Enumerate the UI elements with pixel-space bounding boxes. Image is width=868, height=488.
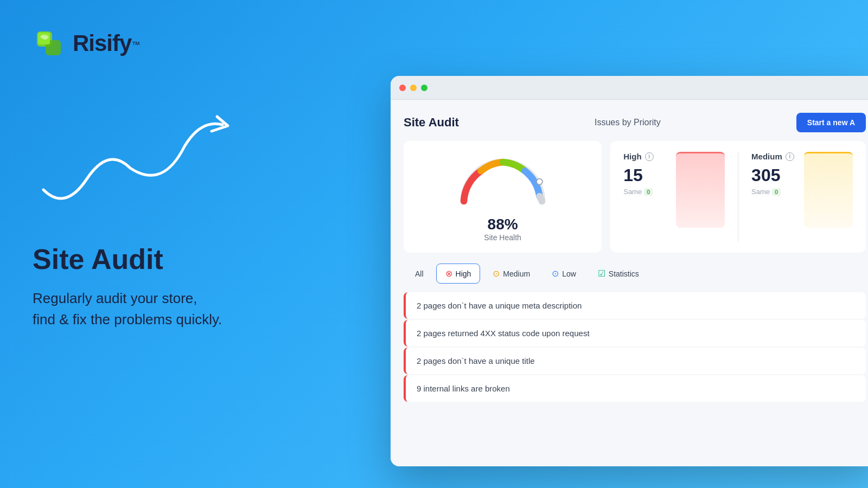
tab-low-icon: ⊙ — [552, 268, 559, 279]
priority-medium: Medium i 305 Same 0 — [751, 152, 795, 242]
issue-text: 2 pages returned 4XX status code upon re… — [417, 329, 590, 338]
issue-item[interactable]: 9 internal links are broken — [404, 375, 866, 402]
tab-high[interactable]: ⊗ High — [436, 264, 481, 284]
tab-all-label: All — [415, 269, 424, 278]
gauge-label: Site Health — [484, 233, 521, 242]
issues-by-priority-label: Issues by Priority — [595, 118, 661, 127]
tab-all[interactable]: All — [406, 265, 433, 283]
tabs-row: All ⊗ High ⊙ Medium ⊙ Low ☑ Statistics — [404, 264, 866, 284]
issue-text: 2 pages don`t have a unique meta descrip… — [417, 301, 582, 310]
start-new-button[interactable]: Start a new A — [796, 113, 866, 132]
priority-divider — [738, 152, 738, 242]
priority-high-label: High i — [623, 152, 667, 161]
tab-low-label: Low — [562, 269, 576, 278]
tab-medium-icon: ⊙ — [493, 268, 500, 279]
gauge-percentage: 88% — [488, 216, 518, 233]
high-same-badge: 0 — [644, 188, 653, 196]
issue-item[interactable]: 2 pages returned 4XX status code upon re… — [404, 320, 866, 346]
gauge-chart — [454, 152, 552, 211]
logo-brand: Risify — [73, 30, 131, 56]
window-dot-red — [399, 85, 406, 91]
site-audit-header: Site Audit Issues by Priority Start a ne… — [404, 113, 866, 132]
tab-medium-label: Medium — [503, 269, 530, 278]
browser-content: Site Audit Issues by Priority Start a ne… — [391, 100, 868, 466]
site-audit-label: Site Audit — [404, 115, 459, 130]
logo-area: Risify™ — [33, 27, 282, 60]
svg-point-3 — [537, 179, 542, 185]
hero-subtitle-line2: find & fix the problems quickly. — [33, 311, 222, 328]
tab-high-icon: ⊗ — [445, 268, 452, 279]
issue-text: 9 internal links are broken — [417, 384, 510, 393]
high-bar — [676, 152, 725, 228]
priority-medium-label: Medium i — [751, 152, 795, 161]
tab-high-label: High — [456, 269, 471, 278]
logo-text-group: Risify™ — [73, 30, 140, 56]
stats-row: 88% Site Health High i 15 Same 0 — [404, 141, 866, 253]
tab-statistics[interactable]: ☑ Statistics — [589, 264, 648, 284]
logo-icon — [33, 27, 65, 60]
browser-titlebar — [391, 76, 868, 100]
issue-text: 2 pages don`t have a unique title — [417, 356, 535, 365]
left-panel: Risify™ Site Audit Regularly audit your … — [0, 0, 315, 488]
window-dot-green — [421, 85, 427, 91]
logo-tm: ™ — [131, 40, 140, 49]
issue-item[interactable]: 2 pages don`t have a unique title — [404, 348, 866, 374]
medium-same-label: Same 0 — [751, 188, 795, 196]
medium-info-icon: i — [786, 152, 794, 161]
hero-title: Site Audit — [33, 244, 282, 275]
high-info-icon: i — [645, 152, 654, 161]
priority-card: High i 15 Same 0 Medium i — [610, 141, 866, 253]
tab-statistics-icon: ☑ — [598, 268, 605, 279]
priority-high: High i 15 Same 0 — [623, 152, 667, 242]
medium-value: 305 — [751, 165, 795, 185]
tab-low[interactable]: ⊙ Low — [542, 264, 585, 284]
issue-list: 2 pages don`t have a unique meta descrip… — [404, 292, 866, 402]
tab-statistics-label: Statistics — [609, 269, 639, 278]
arrow-graphic — [33, 103, 239, 222]
hero-subtitle: Regularly audit your store, find & fix t… — [33, 288, 282, 330]
gauge-card: 88% Site Health — [404, 141, 602, 253]
high-same-label: Same 0 — [623, 188, 667, 196]
medium-bar — [804, 152, 853, 228]
tab-medium[interactable]: ⊙ Medium — [483, 264, 539, 284]
medium-same-badge: 0 — [772, 188, 781, 196]
browser-window: Site Audit Issues by Priority Start a ne… — [391, 76, 868, 466]
issue-item[interactable]: 2 pages don`t have a unique meta descrip… — [404, 292, 866, 319]
window-dot-yellow — [410, 85, 417, 91]
high-value: 15 — [623, 165, 667, 185]
hero-subtitle-line1: Regularly audit your store, — [33, 290, 197, 306]
